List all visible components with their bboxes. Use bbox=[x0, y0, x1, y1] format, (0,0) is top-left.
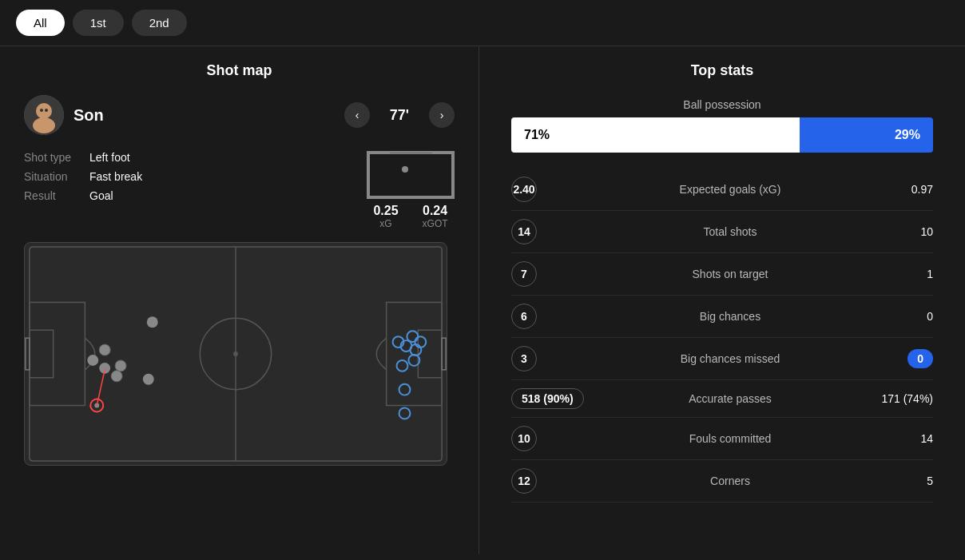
xg-value: 0.25 bbox=[373, 204, 398, 218]
shot-time: 77' bbox=[379, 107, 419, 124]
svg-point-18 bbox=[115, 360, 126, 371]
xgot-value: 0.24 bbox=[423, 204, 448, 218]
shot-details: Shot type Left foot Situation Fast break… bbox=[24, 151, 335, 209]
svg-point-20 bbox=[111, 371, 122, 382]
stat-right-val: 5 bbox=[927, 475, 933, 487]
stats-rows: 2.40 Expected goals (xG) 0.97 14 Total s… bbox=[511, 169, 933, 502]
situation-value: Fast break bbox=[89, 170, 142, 183]
stat-left: 3 bbox=[511, 346, 599, 371]
svg-point-21 bbox=[143, 374, 154, 385]
stat-label: Big chances missed bbox=[599, 352, 861, 365]
prev-shot-button[interactable]: ‹ bbox=[344, 102, 370, 128]
stat-row: 7 Shots on target 1 bbox=[511, 253, 933, 296]
stat-right-badge: 0 bbox=[907, 349, 933, 368]
situation-row: Situation Fast break bbox=[24, 170, 335, 183]
top-bar: All 1st 2nd bbox=[0, 0, 965, 46]
xg-label: xG bbox=[373, 218, 398, 229]
stat-right-val: 10 bbox=[920, 225, 933, 238]
svg-point-32 bbox=[399, 384, 411, 395]
stat-row: 14 Total shots 10 bbox=[511, 211, 933, 253]
svg-rect-14 bbox=[442, 338, 446, 370]
stat-right: 10 bbox=[861, 225, 933, 238]
shot-type-row: Shot type Left foot bbox=[24, 151, 335, 164]
stat-left: 6 bbox=[511, 304, 599, 329]
period-1st-button[interactable]: 1st bbox=[73, 10, 124, 36]
stat-left-circle: 12 bbox=[511, 468, 537, 494]
stat-row: 3 Big chances missed 0 bbox=[511, 338, 933, 380]
stat-row: 10 Fouls committed 14 bbox=[511, 418, 933, 460]
shot-type-value: Left foot bbox=[89, 151, 130, 164]
xgot-label: xGOT bbox=[423, 218, 448, 229]
svg-point-8 bbox=[233, 351, 238, 356]
stat-right-val: 14 bbox=[920, 432, 933, 445]
shot-info: Shot type Left foot Situation Fast break… bbox=[24, 151, 455, 229]
stat-row: 518 (90%) Accurate passes 171 (74%) bbox=[511, 380, 933, 418]
possession-label: Ball possession bbox=[511, 98, 933, 111]
stat-right: 1 bbox=[861, 268, 933, 280]
shot-type-label: Shot type bbox=[24, 151, 80, 164]
stat-label: Total shots bbox=[599, 225, 861, 238]
stat-right-val: 0 bbox=[927, 310, 933, 323]
avatar bbox=[24, 95, 64, 135]
xgot-item: 0.24 xGOT bbox=[423, 204, 448, 229]
stat-left-circle: 2.40 bbox=[511, 177, 537, 202]
right-panel: Top stats Ball possession 71% 29% 2.40 E… bbox=[479, 46, 965, 554]
stat-left-circle: 3 bbox=[511, 346, 537, 371]
stat-left-circle: 10 bbox=[511, 426, 537, 451]
possession-bar: 71% 29% bbox=[511, 117, 933, 153]
goal-frame bbox=[367, 151, 455, 199]
pitch-svg bbox=[25, 243, 447, 465]
stat-right-val: 1 bbox=[927, 268, 933, 280]
svg-point-2 bbox=[33, 117, 55, 133]
possession-right: 29% bbox=[800, 117, 933, 153]
stat-right-val: 0.97 bbox=[911, 183, 933, 196]
svg-point-3 bbox=[40, 109, 43, 112]
stat-row: 12 Corners 5 bbox=[511, 460, 933, 502]
stat-row: 2.40 Expected goals (xG) 0.97 bbox=[511, 169, 933, 211]
avatar-image bbox=[24, 95, 64, 135]
svg-rect-11 bbox=[26, 338, 30, 370]
svg-rect-9 bbox=[30, 302, 85, 405]
left-panel: Shot map Son ‹ 77' › Shot t bbox=[0, 46, 479, 554]
stat-label: Fouls committed bbox=[599, 432, 861, 445]
stat-right: 14 bbox=[861, 432, 933, 445]
possession-left: 71% bbox=[511, 117, 800, 153]
main-content: Shot map Son ‹ 77' › Shot t bbox=[0, 46, 965, 554]
stat-label: Shots on target bbox=[599, 268, 861, 280]
possession-bar-container: 71% 29% bbox=[511, 117, 933, 153]
svg-point-1 bbox=[36, 103, 52, 119]
stat-left-circle: 6 bbox=[511, 304, 537, 329]
result-row: Result Goal bbox=[24, 189, 335, 202]
top-stats-title: Top stats bbox=[511, 62, 933, 79]
svg-point-16 bbox=[99, 344, 110, 355]
stat-label: Corners bbox=[599, 475, 861, 487]
stat-left-circle: 14 bbox=[511, 219, 537, 244]
stat-left: 14 bbox=[511, 219, 599, 244]
stat-left: 518 (90%) bbox=[511, 388, 599, 409]
svg-point-17 bbox=[87, 355, 98, 366]
goal-frame-container: 0.25 xG 0.24 xGOT bbox=[367, 151, 455, 229]
xg-item: 0.25 xG bbox=[373, 204, 398, 229]
svg-rect-10 bbox=[30, 330, 54, 378]
stat-label: Big chances bbox=[599, 310, 861, 323]
stat-left: 7 bbox=[511, 261, 599, 287]
player-name: Son bbox=[73, 106, 335, 125]
svg-point-33 bbox=[399, 408, 411, 419]
stat-row: 6 Big chances 0 bbox=[511, 296, 933, 338]
stat-right: 171 (74%) bbox=[861, 392, 933, 405]
svg-point-4 bbox=[45, 109, 48, 112]
stat-left-badge: 518 (90%) bbox=[511, 388, 584, 409]
player-row: Son ‹ 77' › bbox=[24, 95, 455, 135]
stat-left: 12 bbox=[511, 468, 599, 494]
svg-point-15 bbox=[147, 316, 158, 328]
shot-map-title: Shot map bbox=[24, 62, 455, 79]
stat-right: 0 bbox=[861, 310, 933, 323]
pitch-container bbox=[24, 242, 447, 466]
stat-label: Accurate passes bbox=[599, 392, 861, 405]
situation-label: Situation bbox=[24, 170, 80, 183]
period-2nd-button[interactable]: 2nd bbox=[132, 10, 187, 36]
period-all-button[interactable]: All bbox=[16, 10, 65, 36]
result-value: Goal bbox=[89, 189, 113, 202]
next-shot-button[interactable]: › bbox=[429, 102, 455, 128]
stat-right: 5 bbox=[861, 475, 933, 487]
